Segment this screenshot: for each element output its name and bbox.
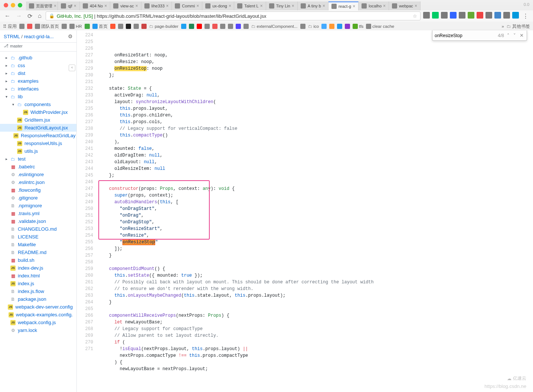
code-line[interactable]: onResizeStop: noop (98, 65, 533, 72)
code-line[interactable]: // Possibly call back with layout on mou… (98, 279, 533, 286)
bookmark-item[interactable] (197, 24, 202, 29)
code-line[interactable]: // Allow parent to set layout directly. (98, 332, 533, 339)
code-line[interactable]: "onResize", (98, 232, 533, 239)
bookmark-item[interactable] (85, 24, 90, 29)
browser-tab[interactable]: view-sc× (110, 1, 141, 10)
tab-close-icon[interactable]: × (135, 3, 138, 9)
line-number[interactable]: 242 (77, 152, 93, 159)
other-bookmarks-folder[interactable]: 🗀其他书签 (507, 24, 530, 29)
ext-icon[interactable] (485, 12, 492, 19)
tree-item[interactable]: JSwebpack-examples.config. (0, 311, 76, 319)
tree-item[interactable]: ▸🗀.github (0, 54, 76, 62)
bookmark-item[interactable] (118, 24, 123, 29)
bookmark-item[interactable]: clear cache (366, 24, 394, 29)
code-line[interactable] (98, 306, 533, 312)
tree-item[interactable]: ▸🗀test (0, 155, 76, 163)
tree-item[interactable]: 🗎LICENSE (0, 233, 76, 241)
tree-item[interactable]: ⚙.gitignore (0, 194, 76, 202)
line-number[interactable]: 249 (77, 199, 93, 205)
tab-close-icon[interactable]: × (74, 3, 76, 9)
tree-item[interactable]: JSGridItem.jsx (0, 116, 76, 124)
ext-icon[interactable] (503, 12, 510, 19)
line-number[interactable]: 241 (77, 145, 93, 152)
bookmark-item[interactable] (126, 24, 131, 29)
code-line[interactable]: }; (98, 72, 533, 79)
bookmark-item[interactable] (189, 24, 194, 29)
code-line[interactable]: // Legacy support for verticalCompact: f… (98, 125, 533, 132)
line-number[interactable]: 238 (77, 125, 93, 132)
overflow-icon[interactable]: » (502, 24, 504, 29)
bookmark-item[interactable]: tfs (353, 24, 363, 29)
star-icon[interactable]: ☆ (413, 13, 417, 19)
line-number[interactable]: 248 (77, 192, 93, 199)
tree-item[interactable]: ▦build.sh (0, 256, 76, 264)
code-line[interactable]: ]); (98, 246, 533, 252)
code-line[interactable]: super(props, context); (98, 192, 533, 199)
browser-tab[interactable]: webpac× (389, 1, 421, 10)
browser-tab[interactable]: A tiny b× (298, 1, 328, 10)
line-number[interactable]: 253 (77, 225, 93, 232)
tree-item[interactable]: ▦.babelrc (0, 163, 76, 171)
line-number[interactable]: 260 (77, 272, 93, 279)
tree-item[interactable]: ▦.validate.json (0, 217, 76, 225)
line-number[interactable]: 234 (77, 99, 93, 105)
line-number[interactable]: 233 (77, 92, 93, 99)
line-number[interactable]: 261 (77, 279, 93, 286)
line-number[interactable]: 268 (77, 326, 93, 332)
code-line[interactable]: "onDragStart", (98, 205, 533, 212)
ext-icon[interactable] (441, 12, 448, 19)
tree-item[interactable]: JSwebpack.config.js (0, 319, 76, 326)
omnibox[interactable]: 🔒 GitHub, Inc. [US] | https://github.com… (46, 11, 421, 20)
code-line[interactable]: this.props.children, (98, 112, 533, 119)
code-line[interactable]: oldResizeItem: null (98, 165, 533, 172)
tree-item[interactable]: JSindex-dev.js (0, 264, 76, 272)
code-line[interactable]: "onResizeStop" (98, 239, 533, 246)
code-line[interactable] (98, 259, 533, 266)
tree-item[interactable]: ⚙yarn.lock (0, 326, 76, 334)
tree-item[interactable]: ▾🗀components (0, 101, 76, 108)
browser-tab[interactable]: 页面管理× (26, 1, 58, 10)
code-line[interactable]: } (98, 299, 533, 306)
line-number[interactable]: 263 (77, 292, 93, 299)
line-number[interactable]: 228 (77, 59, 93, 65)
line-number[interactable]: 247 (77, 185, 93, 192)
close-window-icon[interactable] (4, 3, 8, 7)
bookmark-item[interactable] (243, 24, 249, 29)
browser-tab[interactable]: Talent L× (234, 1, 266, 10)
bookmark-item[interactable] (321, 24, 327, 29)
bookmark-item[interactable]: HR (69, 24, 82, 29)
line-number[interactable]: 256 (77, 246, 93, 252)
line-number[interactable]: 264 (77, 299, 93, 306)
ext-icon[interactable] (512, 12, 519, 19)
bookmark-item[interactable] (212, 24, 218, 29)
line-number[interactable]: 236 (77, 112, 93, 119)
line-number[interactable]: 267 (77, 319, 93, 326)
bookmark-folder[interactable]: 🗀ico (308, 24, 319, 29)
ext-icon[interactable] (459, 12, 465, 19)
tree-item[interactable]: ▸🗀interfaces (0, 85, 76, 93)
line-number[interactable]: 224 (77, 32, 93, 39)
line-number[interactable]: 232 (77, 85, 93, 92)
line-number[interactable]: 243 (77, 159, 93, 165)
code-line[interactable]: "onResizeStart", (98, 225, 533, 232)
browser-tab[interactable]: lihe333× (141, 1, 172, 10)
code-line[interactable]: onResize: noop, (98, 59, 533, 65)
tab-close-icon[interactable]: × (104, 3, 107, 9)
tree-item[interactable]: ▾🗀lib (0, 93, 76, 101)
tree-item[interactable]: ⚙.eslintrc.json (0, 178, 76, 186)
tree-item[interactable]: ▦.flowconfig (0, 186, 76, 194)
code-line[interactable]: componentWillReceiveProps(nextProps: Pro… (98, 312, 533, 319)
tree-item[interactable]: JSWidthProvider.jsx (0, 108, 76, 116)
browser-tab[interactable]: ux-dong× (202, 1, 234, 10)
browser-tab[interactable]: react-g× (328, 1, 359, 10)
line-number[interactable]: 251 (77, 212, 93, 219)
line-number[interactable]: 250 (77, 205, 93, 212)
line-number[interactable]: 259 (77, 266, 93, 272)
browser-tab[interactable]: Tiny Lin× (266, 1, 298, 10)
repo-breadcrumbs[interactable]: STRML / react-grid-la... (4, 34, 54, 39)
bookmark-item[interactable] (337, 24, 342, 29)
line-number[interactable]: 235 (77, 105, 93, 112)
line-number[interactable]: 240 (77, 139, 93, 145)
line-number[interactable]: 231 (77, 79, 93, 85)
tree-item[interactable]: 🗎package.json (0, 295, 76, 303)
